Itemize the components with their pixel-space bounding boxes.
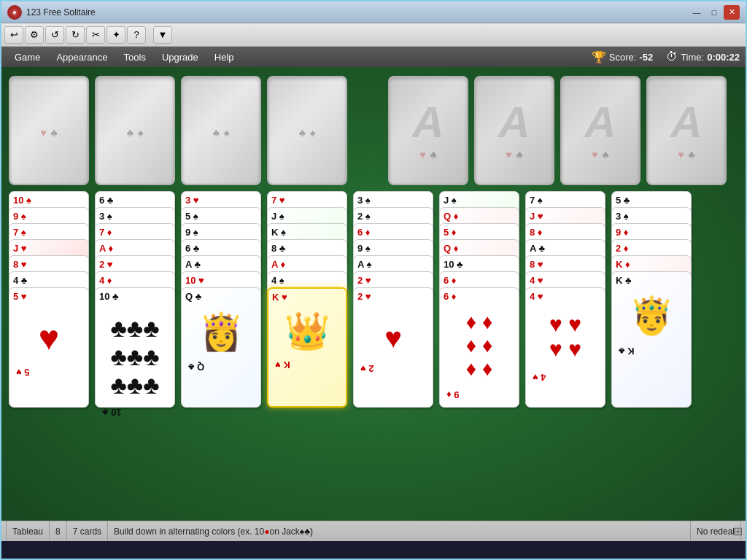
card-kh-selected[interactable]: K ♥ 👑 K ♥ xyxy=(267,287,347,408)
toolbar-undo[interactable]: ↩ xyxy=(4,26,23,44)
menu-upgrade[interactable]: Upgrade xyxy=(155,50,206,65)
score-value: -52 xyxy=(639,52,653,63)
menu-help[interactable]: Help xyxy=(207,50,241,65)
card-2h3[interactable]: 2 ♥ ♥ 2 ♥ xyxy=(353,287,433,408)
toolbar-dropdown[interactable]: ▼ xyxy=(153,26,172,44)
window-title: 123 Free Solitaire xyxy=(26,7,96,18)
status-rule: Build down in alternating colors (ex. 10… xyxy=(108,521,691,541)
statusbar: Tableau 8 7 cards Build down in alternat… xyxy=(1,521,746,541)
toolbar-hint[interactable]: ✦ xyxy=(107,26,125,44)
card-kc[interactable]: K ♣ 🤴 K ♣ xyxy=(611,271,692,408)
score-label: Score: xyxy=(609,52,637,63)
titlebar: ♠ 123 Free Solitaire — □ ✕ xyxy=(1,1,746,23)
time-display: ⏱ Time: 0:00:22 xyxy=(666,50,740,63)
foundation-1[interactable]: A ♥ ♣ xyxy=(388,76,468,185)
toolbar: ↩ ⚙ ↺ ↻ ✂ ✦ ? ▼ xyxy=(1,23,746,47)
time-value: 0:00:22 xyxy=(707,52,740,63)
card-10c[interactable]: 10 ♣ ♣♣♣♣♣♣♣♣♣ 10 ♣ xyxy=(95,287,175,408)
card-qc[interactable]: Q ♣ 👸 Q ♣ xyxy=(181,287,261,408)
status-tableau: Tableau xyxy=(6,521,50,541)
card-6d3[interactable]: 6 ♦ ♦ ♦♦ ♦♦ ♦ 9 ♦ xyxy=(439,287,519,408)
game-area: ♥ ♣ ♣ ♠ ♣ ♠ ♣ ♠ A xyxy=(1,67,746,541)
status-suit: ♠♣) xyxy=(300,526,313,537)
top-area: ♥ ♣ ♣ ♠ ♣ ♠ ♣ ♠ A xyxy=(1,67,746,191)
toolbar-redo[interactable]: ↻ xyxy=(66,26,85,44)
card-4h2[interactable]: 4 ♥ ♥ ♥♥ ♥ 4 ♥ xyxy=(525,287,605,408)
status-columns: 8 xyxy=(50,521,67,541)
stock-pile-4[interactable]: ♣ ♠ xyxy=(267,76,347,185)
tableau-column-3: 3 ♥ 5 ♠ 9 ♠ 6 ♣ A ♣ 10 ♥ Q ♣ 👸 Q ♣ xyxy=(181,191,261,417)
window-controls: — □ ✕ xyxy=(689,5,740,20)
menu-appearance[interactable]: Appearance xyxy=(49,50,115,65)
tableau-column-2: 6 ♣ 3 ♠ 7 ♦ A ♦ 2 ♥ 4 ♦ 10 ♣ ♣♣♣♣♣♣♣♣♣ 1… xyxy=(95,191,175,417)
tableau-column-4: 7 ♥ J ♠ K ♠ 8 ♣ A ♦ 4 ♠ K ♥ 👑 K ♥ xyxy=(267,191,347,417)
tableau-column-1: 10 ♠ 9 ♠ 7 ♠ J ♥ 8 ♥ 4 ♣ 5 ♥ ♥ 5 ♥ xyxy=(9,191,89,417)
close-button[interactable]: ✕ xyxy=(724,5,740,20)
grid-icon: ⊞ xyxy=(733,524,743,538)
status-dot: ● xyxy=(264,526,269,537)
menubar: Game Appearance Tools Upgrade Help 🏆 Sco… xyxy=(1,47,746,67)
stock-pile-3[interactable]: ♣ ♠ xyxy=(181,76,261,185)
tableau-column-5: 3 ♠ 2 ♠ 6 ♦ 9 ♠ A ♠ 2 ♥ 2 ♥ ♥ 2 ♥ xyxy=(353,191,433,417)
tableau-column-8: 5 ♣ 3 ♠ 9 ♦ 2 ♦ K ♦ K ♣ 🤴 K ♣ xyxy=(611,191,692,417)
minimize-button[interactable]: — xyxy=(689,5,705,20)
maximize-button[interactable]: □ xyxy=(706,5,722,20)
toolbar-cut[interactable]: ✂ xyxy=(86,26,105,44)
score-display: 🏆 Score: -52 xyxy=(592,50,653,64)
toolbar-restart[interactable]: ↺ xyxy=(45,26,64,44)
menu-game[interactable]: Game xyxy=(7,50,47,65)
foundation-2[interactable]: A ♥ ♣ xyxy=(474,76,554,185)
toolbar-settings[interactable]: ⚙ xyxy=(25,26,44,44)
stock-pile-1[interactable]: ♥ ♣ xyxy=(9,76,89,185)
tableau-column-6: J ♠ Q ♦ 5 ♦ Q ♦ 10 ♣ 6 ♦ 6 ♦ ♦ ♦♦ ♦♦ ♦ 9… xyxy=(439,191,519,417)
stock-pile-2[interactable]: ♣ ♠ xyxy=(95,76,175,185)
status-cards: 7 cards xyxy=(67,521,108,541)
menu-tools[interactable]: Tools xyxy=(117,50,153,65)
tableau-area: 10 ♠ 9 ♠ 7 ♠ J ♥ 8 ♥ 4 ♣ 5 ♥ ♥ 5 ♥ 6 ♣ 3… xyxy=(1,191,746,417)
tableau-column-7: 7 ♠ J ♥ 8 ♦ A ♣ 8 ♥ 4 ♥ 4 ♥ ♥ ♥♥ ♥ 4 ♥ xyxy=(525,191,605,417)
foundation-3[interactable]: A ♥ ♣ xyxy=(560,76,640,185)
app-icon: ♠ xyxy=(7,5,22,20)
card-5h[interactable]: 5 ♥ ♥ 5 ♥ xyxy=(9,287,89,408)
time-label: Time: xyxy=(681,52,704,63)
toolbar-help[interactable]: ? xyxy=(127,26,146,44)
foundation-4[interactable]: A ♥ ♣ xyxy=(646,76,727,185)
